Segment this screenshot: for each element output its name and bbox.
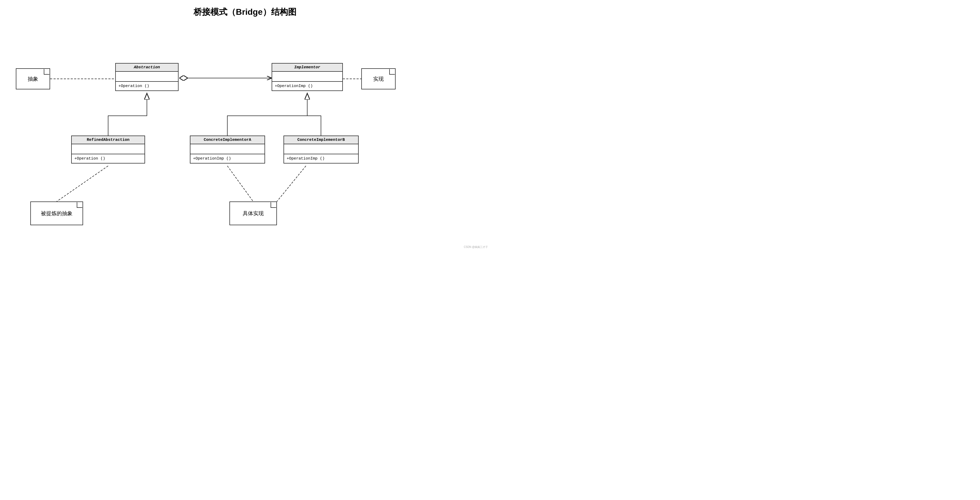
- concrete-implementor-a-class-method: +OperationImp (): [191, 154, 264, 163]
- abstraction-class-body: [116, 72, 178, 81]
- implement-note: 实现: [361, 68, 396, 89]
- svg-line-7: [277, 166, 306, 201]
- watermark: CSDN @疯疯三才子: [464, 245, 488, 249]
- refined-note: 被提炼的抽象: [30, 201, 83, 225]
- abstraction-class-name: Abstraction: [116, 64, 178, 72]
- concrete-implementor-b-class-method: +OperationImp (): [284, 154, 358, 163]
- concrete-implementor-a-class-body: [191, 144, 264, 154]
- concrete-implementor-a-class-name: ConcreteImplementorA: [191, 136, 264, 144]
- implementor-class: Implementor +OperationImp (): [272, 63, 343, 91]
- concrete-note-text: 具体实现: [243, 210, 264, 217]
- implementor-class-method: +OperationImp (): [272, 81, 342, 91]
- refined-abstraction-class-name: RefinedAbstraction: [72, 136, 145, 144]
- refined-note-text: 被提炼的抽象: [41, 210, 73, 217]
- svg-line-6: [228, 166, 253, 201]
- abstract-note: 抽象: [16, 68, 50, 89]
- concrete-implementor-b-class: ConcreteImplementorB +OperationImp (): [283, 135, 359, 164]
- concrete-note: 具体实现: [229, 201, 277, 225]
- page-title: 桥接模式（Bridge）结构图: [0, 0, 490, 22]
- refined-abstraction-class-method: +Operation (): [72, 154, 145, 163]
- abstraction-class-method: +Operation (): [116, 81, 178, 91]
- implementor-class-name: Implementor: [272, 64, 342, 72]
- refined-abstraction-class: RefinedAbstraction +Operation (): [71, 135, 145, 164]
- refined-abstraction-class-body: [72, 144, 145, 154]
- concrete-implementor-a-class: ConcreteImplementorA +OperationImp (): [190, 135, 265, 164]
- abstraction-class: Abstraction +Operation (): [115, 63, 178, 91]
- abstract-note-text: 抽象: [28, 75, 38, 83]
- concrete-implementor-b-class-name: ConcreteImplementorB: [284, 136, 358, 144]
- implementor-class-body: [272, 72, 342, 81]
- svg-line-5: [57, 166, 108, 201]
- concrete-implementor-b-class-body: [284, 144, 358, 154]
- implement-note-text: 实现: [373, 75, 384, 83]
